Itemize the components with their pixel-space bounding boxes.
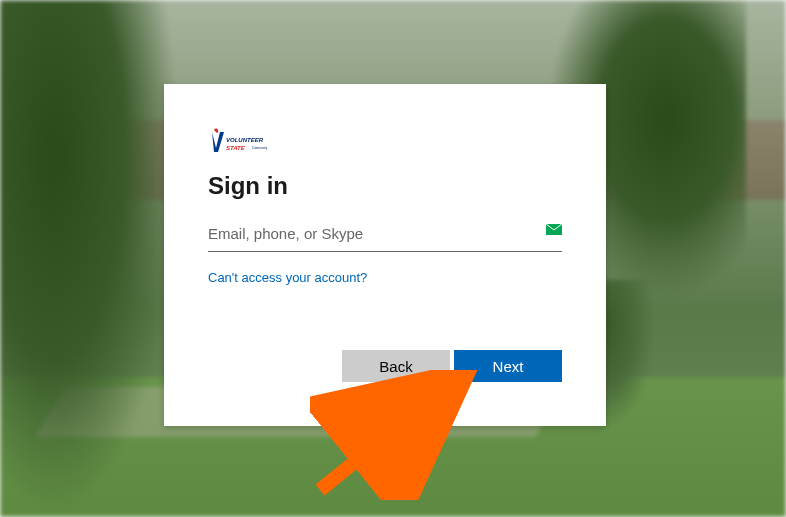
svg-text:VOLUNTEER: VOLUNTEER bbox=[226, 137, 264, 143]
mail-icon bbox=[546, 222, 562, 234]
next-button[interactable]: Next bbox=[454, 350, 562, 382]
cant-access-link[interactable]: Can't access your account? bbox=[208, 270, 367, 285]
email-field[interactable] bbox=[208, 216, 562, 252]
button-row: Back Next bbox=[342, 350, 562, 382]
volunteer-state-logo: VOLUNTEER STATE Community bbox=[208, 128, 562, 156]
svg-text:STATE: STATE bbox=[226, 145, 246, 151]
page-title: Sign in bbox=[208, 172, 562, 200]
back-button[interactable]: Back bbox=[342, 350, 450, 382]
signin-card: VOLUNTEER STATE Community Sign in Can't … bbox=[164, 84, 606, 426]
svg-text:Community: Community bbox=[252, 146, 268, 150]
email-field-wrap bbox=[208, 216, 562, 252]
